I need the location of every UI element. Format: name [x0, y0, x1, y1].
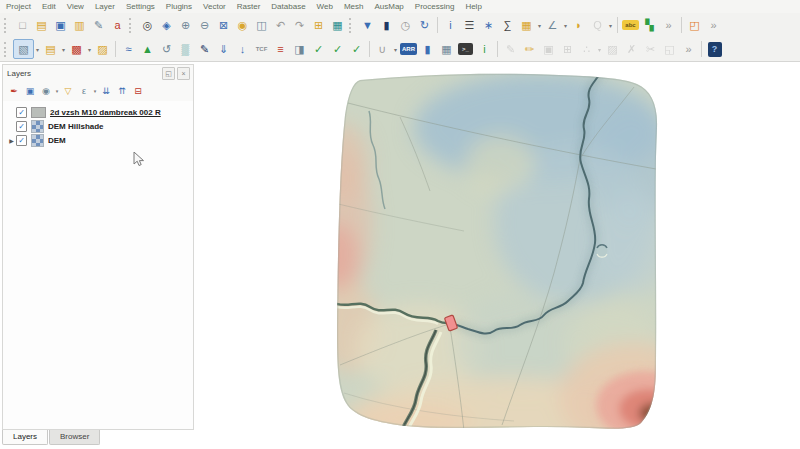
export-map-icon[interactable]: ◨: [290, 40, 309, 58]
console-icon[interactable]: >_: [456, 40, 475, 58]
import-tray-icon[interactable]: ⇓: [214, 40, 233, 58]
toolbar-overflow-icon[interactable]: »: [659, 16, 678, 34]
tuflow-layers-icon[interactable]: ≡: [271, 40, 290, 58]
zoom-in-icon[interactable]: ⊕: [176, 16, 195, 34]
zoom-to-layer-icon[interactable]: ◫: [252, 16, 271, 34]
grid-tools-icon[interactable]: ▦: [437, 40, 456, 58]
zoom-next-icon[interactable]: ↷: [290, 16, 309, 34]
tab-browser[interactable]: Browser: [49, 430, 100, 445]
save-project-icon[interactable]: ▣: [51, 16, 70, 34]
attribute-table-caret-icon[interactable]: ▾: [536, 16, 543, 34]
open-project-icon[interactable]: ▤: [32, 16, 51, 34]
layer-styling-icon[interactable]: ✒: [6, 84, 22, 99]
menu-vector[interactable]: Vector: [203, 2, 226, 11]
filter-legend-icon[interactable]: ▽: [60, 84, 76, 99]
attachments-icon[interactable]: ∪: [373, 40, 392, 58]
panel-close-icon[interactable]: ×: [177, 67, 190, 80]
menu-help[interactable]: Help: [465, 2, 481, 11]
toggle-editing-icon[interactable]: ✏: [520, 40, 539, 58]
deselect-all-icon[interactable]: ▩: [67, 40, 86, 58]
grass-tools-icon[interactable]: ↺: [157, 40, 176, 58]
map-themes-icon[interactable]: ◉: [38, 84, 54, 99]
search-caret-icon[interactable]: ▾: [607, 16, 614, 34]
refresh-icon[interactable]: ↻: [415, 16, 434, 34]
menu-layer[interactable]: Layer: [95, 2, 115, 11]
add-group-icon[interactable]: ▣: [22, 84, 38, 99]
measure-caret-icon[interactable]: ▾: [562, 16, 569, 34]
temporal-controller-icon[interactable]: ◷: [396, 16, 415, 34]
remove-layer-icon[interactable]: ⊟: [130, 84, 146, 99]
digitize-shape-icon[interactable]: ✎: [195, 40, 214, 58]
select-rectangle-icon[interactable]: ▧: [13, 39, 34, 59]
toolbar-grip[interactable]: [4, 18, 10, 33]
menu-plugins[interactable]: Plugins: [166, 2, 192, 11]
check-schedule-icon[interactable]: ✓: [328, 40, 347, 58]
mesh-layer-icon[interactable]: ▒: [176, 40, 195, 58]
project-properties-icon[interactable]: ✎: [89, 16, 108, 34]
check-model-icon[interactable]: ✓: [309, 40, 328, 58]
toolbar-overflow-icon[interactable]: »: [704, 16, 723, 34]
select-caret-icon[interactable]: ▾: [34, 40, 41, 58]
panel-float-icon[interactable]: ◱: [162, 67, 175, 80]
menu-processing[interactable]: Processing: [415, 2, 455, 11]
style-manager-icon[interactable]: a: [108, 16, 127, 34]
menu-project[interactable]: Project: [6, 2, 31, 11]
layer-row-dem-hillshade[interactable]: ✓ DEM Hillshade: [3, 119, 193, 133]
new-project-icon[interactable]: □: [13, 16, 32, 34]
tcf-icon[interactable]: TCF: [252, 40, 271, 58]
new-map-view-icon[interactable]: ⊞: [309, 16, 328, 34]
processing-toolbox-icon[interactable]: ∗: [479, 16, 498, 34]
toolbar-grip[interactable]: [349, 18, 355, 33]
select-by-form-caret-icon[interactable]: ▾: [60, 40, 67, 58]
expander-icon[interactable]: ▶: [7, 137, 16, 144]
arr-icon[interactable]: ARR: [399, 40, 418, 58]
info-pointer-icon[interactable]: i: [475, 40, 494, 58]
terrain-tools-icon[interactable]: ▲: [138, 40, 157, 58]
zoom-to-selection-icon[interactable]: ◉: [233, 16, 252, 34]
menu-ausmap[interactable]: AusMap: [374, 2, 403, 11]
select-by-form-icon[interactable]: ▤: [41, 40, 60, 58]
search-icon[interactable]: Q: [588, 16, 607, 34]
python-console-icon[interactable]: ≈: [119, 40, 138, 58]
deselect-caret-icon[interactable]: ▾: [86, 40, 93, 58]
new-3d-view-icon[interactable]: ▦: [328, 16, 347, 34]
pan-to-selection-icon[interactable]: ◈: [157, 16, 176, 34]
menu-edit[interactable]: Edit: [42, 2, 56, 11]
menu-mesh[interactable]: Mesh: [344, 2, 364, 11]
layer-label-dambreak[interactable]: 2d vzsh M10 dambreak 002 R: [50, 108, 161, 117]
bookmarks-show-icon[interactable]: ▮: [377, 16, 396, 34]
layer-label-dem[interactable]: DEM: [48, 136, 66, 145]
layer-checkbox[interactable]: ✓: [16, 121, 27, 132]
check-single-icon[interactable]: ✓: [347, 40, 366, 58]
menu-database[interactable]: Database: [271, 2, 305, 11]
layer-checkbox[interactable]: ✓: [16, 107, 27, 118]
toolbar-overflow-icon[interactable]: »: [679, 40, 698, 58]
import-file-icon[interactable]: ↓: [233, 40, 252, 58]
layer-label-dem-hillshade[interactable]: DEM Hillshade: [48, 122, 104, 131]
menu-settings[interactable]: Settings: [126, 2, 155, 11]
attachments-caret-icon[interactable]: ▾: [392, 40, 399, 58]
menu-raster[interactable]: Raster: [237, 2, 261, 11]
help-icon[interactable]: ?: [705, 40, 724, 58]
tab-layers[interactable]: Layers: [2, 430, 48, 445]
zoom-out-icon[interactable]: ⊖: [195, 16, 214, 34]
map-tips-icon[interactable]: ◗: [569, 16, 588, 34]
arr-book-icon[interactable]: ▮: [418, 40, 437, 58]
ausmap-icon[interactable]: ▚: [640, 16, 659, 34]
toolbar-grip[interactable]: [4, 42, 10, 57]
layer-checkbox[interactable]: ✓: [16, 135, 27, 146]
menu-view[interactable]: View: [67, 2, 84, 11]
layer-row-dambreak[interactable]: ✓ 2d vzsh M10 dambreak 002 R: [3, 105, 193, 119]
menu-web[interactable]: Web: [317, 2, 333, 11]
pan-map-icon[interactable]: ◎: [138, 16, 157, 34]
identify-features-icon[interactable]: i: [441, 16, 460, 34]
measure-icon[interactable]: ∠: [543, 16, 562, 34]
new-from-template-icon[interactable]: ▥: [70, 16, 89, 34]
toolbar-grip[interactable]: [129, 18, 135, 33]
expand-all-icon[interactable]: ⇊: [98, 84, 114, 99]
filter-expression-icon[interactable]: ε: [76, 84, 92, 99]
layer-row-dem[interactable]: ▶ ✓ DEM: [3, 133, 193, 147]
bookmark-add-icon[interactable]: ▼: [358, 16, 377, 34]
statistical-summary-icon[interactable]: ☰: [460, 16, 479, 34]
add-layers-icon[interactable]: ◰: [685, 16, 704, 34]
